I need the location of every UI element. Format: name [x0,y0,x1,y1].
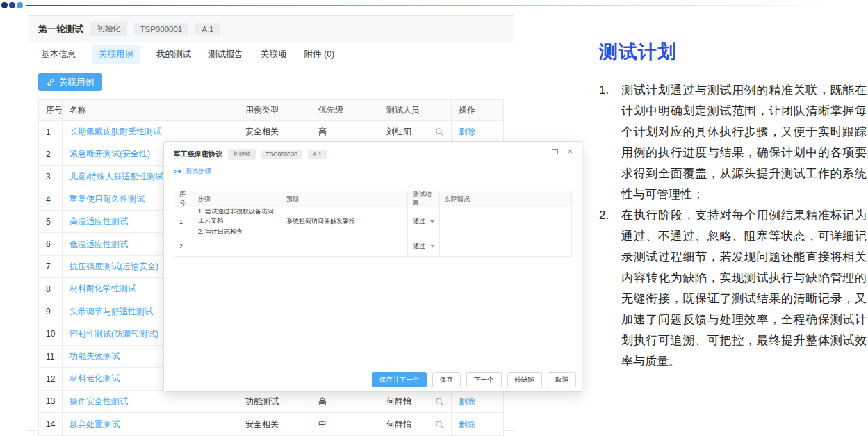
save-button[interactable]: 保存 [432,372,461,387]
tab-my-tests[interactable]: 我的测试 [155,45,193,64]
chevron-down-icon [430,245,434,248]
step-description: 1. 尝试通过非授权设备访问工艺文档 2. 审计日志检查 [193,207,281,236]
link-icon [47,78,55,86]
close-icon[interactable]: × [567,148,573,154]
test-steps-table: 序号 步骤 预期 测试结果 实际情况 1 1. 尝试通过非授权设备访问工艺文档 … [174,191,572,257]
result-select[interactable]: 通过 [408,236,440,256]
case-serial: 1 [39,121,63,143]
plan-title: 第一轮测试 [38,23,83,35]
step-line: 1. 尝试通过非授权设备访问工艺文档 [198,207,276,225]
case-tester-name: 刘红阳 [386,126,411,138]
divider [26,5,863,6]
dialog-title: 军工级保密协议 [174,150,222,159]
step-row: 2 通过 [174,236,571,256]
case-type: 功能测试 [238,391,311,412]
case-serial: 4 [39,188,63,210]
list-number: 1. [599,80,621,205]
case-serial: 7 [39,256,63,277]
step-actual-input[interactable] [440,236,571,256]
table-row: 1 长期佩戴皮肤耐受性测试 安全相关 高 刘红阳 删除 [39,121,503,143]
dialog-footer: 保存并下一个 保存 下一个 转缺陷 取消 [372,372,576,387]
window-chrome [0,0,868,11]
case-id-badge: TSC000030 [261,150,302,159]
case-tester-field[interactable]: 何静怡 [379,413,452,435]
dialog-header: 军工级保密协议 初始化 TSC000030 A.1 [164,142,582,163]
result-select[interactable]: 通过 [408,207,440,236]
col-actions: 操作 [452,100,503,120]
case-actions-cell: 删除 [452,413,503,435]
case-name-link[interactable]: 操作安全性测试 [69,396,128,407]
case-tester-field[interactable]: 刘红阳 [379,121,452,143]
version-badge: A.1 [308,150,327,159]
table-header-row: 序号 名称 用例类型 优先级 测试人员 操作 [39,100,503,121]
tab-test-steps[interactable]: 测试步骤 [185,167,211,176]
maximize-icon[interactable] [552,149,558,154]
doc-title: 测试计划 [599,40,867,65]
steps-header-row: 序号 步骤 预期 测试结果 实际情况 [174,191,571,207]
case-name-link[interactable]: 功能失效测试 [69,350,120,362]
step-actual-input[interactable] [440,207,571,236]
status-badge: 初始化 [228,149,256,160]
window-dot-icon [1,2,8,8]
case-name-link[interactable]: 低温适应性测试 [69,239,128,250]
list-item: 1. 测试计划通过与测试用例的精准关联，既能在计划中明确划定测试范围，让团队清晰… [599,80,867,205]
case-name-link[interactable]: 密封性测试(防漏气测试) [69,328,158,340]
step-description[interactable] [193,236,281,256]
case-name-link[interactable]: 高温适应性测试 [69,216,128,227]
plan-header: 第一轮测试 初始化 TSP000001 A.1 [28,16,514,42]
to-defect-button[interactable]: 转缺陷 [507,372,543,387]
case-priority: 高 [311,121,379,143]
case-name-link[interactable]: 废弃处置测试 [69,419,120,430]
window-dot-icon [9,2,15,8]
case-delete-link[interactable]: 删除 [459,126,475,138]
tab-attachments[interactable]: 附件 (0) [303,45,336,64]
col-name: 名称 [63,100,238,120]
tab-test-report[interactable]: 测试报告 [207,45,245,64]
tab-linked-cases[interactable]: 关联用例 [92,45,140,64]
case-name-link[interactable]: 抗压强度测试(运输安全) [69,261,158,273]
case-name-link[interactable]: 材料老化测试 [69,373,120,385]
case-serial: 14 [39,413,63,435]
search-icon[interactable] [435,127,444,136]
step-serial: 2 [174,236,193,256]
list-number: 2. [599,205,621,372]
case-delete-link[interactable]: 删除 [459,396,475,407]
case-name-link[interactable]: 头带调节与舒适性测试 [69,306,153,318]
case-delete-link[interactable]: 删除 [459,419,475,430]
dialog-tabs: 测试步骤 [164,163,582,181]
case-actions-cell: 删除 [452,391,503,412]
step-serial: 1 [174,207,193,236]
table-row: 14 废弃处置测试 安全相关 中 何静怡 删除 [39,413,503,435]
doc-list: 1. 测试计划通过与测试用例的精准关联，既能在计划中明确划定测试范围，让团队清晰… [599,80,867,372]
case-priority: 中 [311,413,379,435]
case-name-link[interactable]: 材料耐化学性测试 [69,283,136,295]
list-text: 测试计划通过与测试用例的精准关联，既能在计划中明确划定测试范围，让团队清晰掌握每… [621,80,867,205]
col-actual: 实际情况 [440,191,571,207]
case-tester-field[interactable]: 何静怡 [379,391,452,412]
tab-basic-info[interactable]: 基本信息 [40,45,77,64]
case-name-link[interactable]: 儿童/特殊人群适配性测试 [69,171,163,183]
table-row: 13 操作安全性测试 功能测试 高 何静怡 删除 [39,391,503,413]
link-cases-button[interactable]: 关联用例 [38,73,102,91]
plan-tabs: 基本信息 关联用例 我的测试 测试报告 关联项 附件 (0) [28,42,514,67]
save-and-next-button[interactable]: 保存并下一个 [372,372,427,387]
search-icon[interactable] [435,420,444,429]
search-icon[interactable] [435,397,444,406]
case-name-link[interactable]: 长期佩戴皮肤耐受性测试 [69,126,161,138]
case-name-cell: 废弃处置测试 [63,413,238,435]
step-expected[interactable] [281,236,408,256]
col-tester: 测试人员 [379,100,452,120]
cancel-button[interactable]: 取消 [548,372,576,387]
case-name-cell: 长期佩戴皮肤耐受性测试 [63,121,238,143]
case-serial: 12 [39,368,63,389]
plan-id-badge: TSP000001 [134,23,189,35]
col-result: 测试结果 [408,191,440,207]
case-name-link[interactable]: 紧急断开测试(安全性) [69,148,150,160]
case-name-link[interactable]: 重复使用耐久性测试 [69,193,145,205]
col-step: 步骤 [193,191,281,207]
case-serial: 2 [39,143,63,165]
next-button[interactable]: 下一个 [466,372,502,387]
tab-linked-items[interactable]: 关联项 [259,45,288,64]
case-tester-name: 何静怡 [386,419,411,430]
col-type: 用例类型 [238,100,311,120]
